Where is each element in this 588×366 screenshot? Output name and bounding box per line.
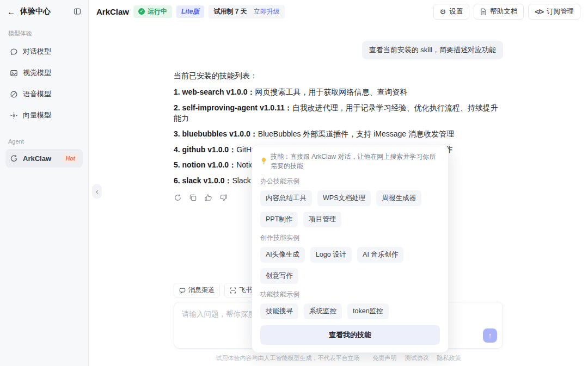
- plan-badge: Lite版: [176, 5, 204, 18]
- skills-tip-text: 技能：直接跟 ArkClaw 对话，让他在网上搜索并学习你所需要的技能: [271, 152, 440, 171]
- header-actions: ⚙ 设置 帮助文档 </> 订阅管理: [433, 4, 580, 20]
- settings-label: 设置: [449, 7, 463, 16]
- chat-bubble-icon: [10, 48, 18, 56]
- skill-tag[interactable]: AI 音乐创作: [357, 247, 403, 263]
- message-channels-chip[interactable]: 消息渠道: [174, 283, 220, 297]
- sidebar-collapse-icon[interactable]: [74, 8, 81, 15]
- skill-name: 4. github v1.0.0：: [174, 145, 236, 154]
- popup-section-title: 办公技能示例: [260, 177, 440, 186]
- arrow-up-icon: ↑: [488, 331, 492, 340]
- code-icon: </>: [535, 8, 543, 16]
- skill-tag[interactable]: 创意写作: [260, 268, 298, 284]
- app-window: ← 体验中心 模型体验 对话模型 视觉模型 语音模型: [0, 0, 588, 366]
- popup-section-title: 创作技能实例: [260, 233, 440, 243]
- document-icon: [480, 8, 487, 15]
- arkclaw-logo-icon: [10, 154, 18, 163]
- image-icon: [10, 69, 18, 77]
- skill-tag[interactable]: 系统监控: [304, 303, 342, 319]
- trial-text: 试用制 7 天: [213, 7, 247, 16]
- sidebar-item-voice-model[interactable]: 语音模型: [5, 84, 83, 104]
- skill-name: 2. self-improving-agent v1.0.11：: [174, 103, 292, 112]
- sidebar-item-label: ArkClaw: [23, 154, 51, 163]
- scan-icon: [230, 287, 236, 294]
- skill-tag[interactable]: PPT制作: [260, 212, 298, 227]
- main-header: ArkClaw ✓ 运行中 Lite版 试用制 7 天 立即升级 ⚙ 设置: [89, 0, 588, 23]
- thumbs-up-icon[interactable]: [204, 194, 212, 202]
- main-area: ArkClaw ✓ 运行中 Lite版 试用制 7 天 立即升级 ⚙ 设置: [89, 0, 588, 366]
- lightbulb-icon: [260, 157, 267, 166]
- assistant-intro: 当前已安装的技能列表：: [174, 71, 503, 81]
- view-my-skills-button[interactable]: 查看我的技能: [260, 325, 440, 345]
- footer-links: 免责声明 测试协议 隐私政策: [373, 354, 461, 362]
- tag-row: 技能搜寻 系统监控 token监控: [260, 303, 440, 319]
- footer: 试用体验内容均由人工智能模型生成，不代表平台立场 免责声明 测试协议 隐私政策: [216, 354, 461, 362]
- disclaimer-link[interactable]: 免责声明: [373, 354, 397, 362]
- user-message-row: 查看当前安装的 skill，简要描述对应功能: [174, 41, 503, 59]
- settings-button[interactable]: ⚙ 设置: [433, 4, 470, 20]
- sidebar-item-vector-model[interactable]: 向量模型: [5, 106, 83, 125]
- user-message-bubble: 查看当前安装的 skill，简要描述对应功能: [362, 41, 503, 59]
- status-label: 运行中: [148, 7, 167, 16]
- skill-desc: 网页搜索工具，用于获取网络信息、查询资料: [255, 88, 407, 96]
- hot-badge: Hot: [63, 154, 79, 163]
- chip-label: 消息渠道: [188, 286, 215, 295]
- disclaimer-text: 试用体验内容均由人工智能模型生成，不代表平台立场: [216, 354, 360, 362]
- sidebar-item-label: 语音模型: [23, 89, 51, 99]
- skill-tag[interactable]: 技能搜寻: [260, 303, 298, 319]
- vector-model-icon: [10, 111, 18, 120]
- skills-popup: 技能：直接跟 ArkClaw 对话，让他在网上搜索并学习你所需要的技能 办公技能…: [252, 145, 449, 353]
- skill-desc: BlueBubbles 外部渠道插件，支持 iMessage 消息收发管理: [258, 129, 454, 138]
- section-label-models: 模型体验: [8, 29, 80, 38]
- tag-row: AI头像生成 Logo 设计 AI 音乐创作 创意写作: [260, 247, 440, 284]
- skill-name: 1. web-search v1.0.0：: [174, 88, 255, 96]
- subscription-label: 订阅管理: [547, 7, 574, 16]
- help-docs-label: 帮助文档: [490, 7, 517, 16]
- trial-pill: 试用制 7 天 立即升级: [209, 5, 284, 18]
- status-check-icon: ✓: [138, 8, 145, 15]
- regenerate-icon[interactable]: [174, 194, 182, 202]
- voice-model-icon: [10, 90, 18, 98]
- skill-name: 3. bluebubbles v1.0.0：: [174, 129, 258, 138]
- help-docs-button[interactable]: 帮助文档: [474, 4, 524, 20]
- privacy-policy-link[interactable]: 隐私政策: [437, 354, 461, 362]
- sidebar-item-arkclaw[interactable]: ArkClaw Hot: [5, 149, 83, 168]
- status-badge: ✓ 运行中: [133, 5, 172, 18]
- sidebar-item-label: 视觉模型: [23, 68, 51, 78]
- skill-list-item: 2. self-improving-agent v1.0.11：自我改进代理，用…: [174, 103, 503, 123]
- skill-tag[interactable]: token监控: [347, 303, 389, 319]
- skill-tag[interactable]: Logo 设计: [310, 247, 352, 263]
- skill-tag[interactable]: 项目管理: [303, 212, 341, 227]
- skill-name: 6. slack v1.0.0：: [174, 176, 232, 185]
- skill-tag[interactable]: 内容总结工具: [260, 190, 312, 206]
- skill-tag[interactable]: AI头像生成: [260, 247, 305, 263]
- sidebar-item-vision-model[interactable]: 视觉模型: [5, 63, 83, 83]
- skill-tag[interactable]: 周报生成器: [376, 190, 421, 206]
- skills-tip: 技能：直接跟 ArkClaw 对话，让他在网上搜索并学习你所需要的技能: [260, 152, 440, 171]
- upgrade-link[interactable]: 立即升级: [254, 7, 280, 16]
- section-label-agent: Agent: [8, 138, 80, 145]
- sidebar: ← 体验中心 模型体验 对话模型 视觉模型 语音模型: [0, 0, 89, 366]
- sidebar-item-label: 对话模型: [23, 47, 51, 57]
- popup-section-title: 功能技能示例: [260, 290, 440, 299]
- thumbs-down-icon[interactable]: [219, 194, 228, 202]
- back-icon[interactable]: ←: [7, 7, 15, 16]
- test-agreement-link[interactable]: 测试协议: [405, 354, 429, 362]
- sidebar-item-chat-model[interactable]: 对话模型: [5, 42, 83, 61]
- send-button[interactable]: ↑: [483, 328, 497, 343]
- chevron-left-icon: ‹: [96, 187, 99, 196]
- gear-icon: ⚙: [440, 8, 446, 16]
- agent-title: ArkClaw: [96, 7, 129, 16]
- skill-tag[interactable]: WPS文档处理: [317, 190, 371, 206]
- sidebar-item-label: 向量模型: [23, 110, 51, 120]
- skill-list-item: 1. web-search v1.0.0：网页搜索工具，用于获取网络信息、查询资…: [174, 87, 503, 97]
- skill-list-item: 3. bluebubbles v1.0.0：BlueBubbles 外部渠道插件…: [174, 129, 503, 139]
- sidebar-header: ← 体验中心: [5, 7, 83, 16]
- panel-collapse-handle[interactable]: ‹: [92, 184, 102, 199]
- tag-row: 内容总结工具 WPS文档处理 周报生成器 PPT制作 项目管理: [260, 190, 440, 227]
- message-channel-icon: [179, 287, 186, 294]
- skill-name: 5. notion v1.0.0：: [174, 160, 236, 169]
- subscription-button[interactable]: </> 订阅管理: [528, 4, 580, 20]
- page-title: 体验中心: [20, 7, 69, 16]
- copy-icon[interactable]: [189, 194, 197, 202]
